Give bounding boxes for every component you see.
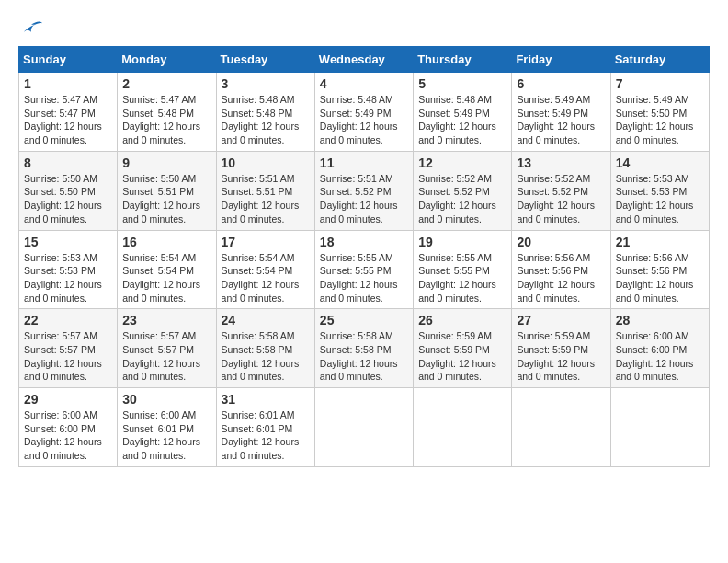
calendar-cell: 22 Sunrise: 5:57 AM Sunset: 5:57 PM Dayl… <box>19 309 118 388</box>
daylight-label: Daylight: 12 hours and 0 minutes. <box>222 358 300 383</box>
calendar-cell: 7 Sunrise: 5:49 AM Sunset: 5:50 PM Dayli… <box>610 73 709 152</box>
sunset-label: Sunset: 5:59 PM <box>517 344 588 355</box>
calendar-cell: 9 Sunrise: 5:50 AM Sunset: 5:51 PM Dayli… <box>118 151 216 230</box>
day-number: 2 <box>122 76 210 91</box>
daylight-label: Daylight: 12 hours and 0 minutes. <box>418 279 496 304</box>
sunset-label: Sunset: 5:53 PM <box>24 265 96 276</box>
sunset-label: Sunset: 6:00 PM <box>616 344 688 355</box>
sunrise-label: Sunrise: 5:55 AM <box>418 252 492 263</box>
calendar-cell: 10 Sunrise: 5:51 AM Sunset: 5:51 PM Dayl… <box>216 151 314 230</box>
calendar-cell: 8 Sunrise: 5:50 AM Sunset: 5:50 PM Dayli… <box>19 151 118 230</box>
sunrise-label: Sunrise: 5:49 AM <box>517 94 590 105</box>
sunrise-label: Sunrise: 5:56 AM <box>517 252 590 263</box>
sunrise-label: Sunrise: 5:58 AM <box>320 330 393 341</box>
day-info: Sunrise: 6:01 AM Sunset: 6:01 PM Dayligh… <box>222 408 310 463</box>
sunrise-label: Sunrise: 5:47 AM <box>24 94 97 105</box>
daylight-label: Daylight: 12 hours and 0 minutes. <box>222 436 300 461</box>
day-info: Sunrise: 5:58 AM Sunset: 5:58 PM Dayligh… <box>320 329 408 384</box>
day-info: Sunrise: 5:51 AM Sunset: 5:52 PM Dayligh… <box>320 172 408 226</box>
day-info: Sunrise: 5:48 AM Sunset: 5:49 PM Dayligh… <box>418 93 506 147</box>
day-number: 30 <box>122 392 210 407</box>
day-number: 4 <box>320 76 408 91</box>
sunrise-label: Sunrise: 5:57 AM <box>122 330 196 341</box>
day-number: 19 <box>418 235 506 249</box>
sunset-label: Sunset: 5:52 PM <box>418 186 490 197</box>
page-header <box>18 18 710 37</box>
daylight-label: Daylight: 12 hours and 0 minutes. <box>418 358 496 383</box>
calendar-header-row: SundayMondayTuesdayWednesdayThursdayFrid… <box>19 47 710 73</box>
daylight-label: Daylight: 12 hours and 0 minutes. <box>122 358 200 383</box>
day-number: 26 <box>418 313 506 327</box>
sunrise-label: Sunrise: 5:56 AM <box>616 252 689 263</box>
daylight-label: Daylight: 12 hours and 0 minutes. <box>517 121 595 145</box>
daylight-label: Daylight: 12 hours and 0 minutes. <box>517 358 595 383</box>
sunrise-label: Sunrise: 5:52 AM <box>418 173 492 184</box>
day-info: Sunrise: 6:00 AM Sunset: 6:00 PM Dayligh… <box>616 329 704 384</box>
day-number: 6 <box>517 76 605 91</box>
sunset-label: Sunset: 5:49 PM <box>418 108 490 119</box>
sunset-label: Sunset: 5:58 PM <box>222 344 293 355</box>
daylight-label: Daylight: 12 hours and 0 minutes. <box>222 279 300 304</box>
sunrise-label: Sunrise: 6:01 AM <box>222 409 295 420</box>
day-number: 12 <box>418 155 506 170</box>
day-number: 9 <box>122 155 210 170</box>
calendar-header-tuesday: Tuesday <box>216 47 314 73</box>
sunrise-label: Sunrise: 5:49 AM <box>616 94 689 105</box>
calendar-cell <box>512 388 610 467</box>
day-info: Sunrise: 5:53 AM Sunset: 5:53 PM Dayligh… <box>616 172 704 226</box>
sunrise-label: Sunrise: 5:59 AM <box>418 330 492 341</box>
daylight-label: Daylight: 12 hours and 0 minutes. <box>616 200 694 224</box>
day-number: 16 <box>122 235 210 249</box>
calendar-cell: 23 Sunrise: 5:57 AM Sunset: 5:57 PM Dayl… <box>118 309 216 388</box>
day-info: Sunrise: 5:51 AM Sunset: 5:51 PM Dayligh… <box>222 172 310 226</box>
sunset-label: Sunset: 5:50 PM <box>616 108 688 119</box>
daylight-label: Daylight: 12 hours and 0 minutes. <box>222 200 300 224</box>
calendar-cell: 30 Sunrise: 6:00 AM Sunset: 6:01 PM Dayl… <box>118 388 216 467</box>
calendar-cell: 26 Sunrise: 5:59 AM Sunset: 5:59 PM Dayl… <box>414 309 512 388</box>
calendar-cell: 5 Sunrise: 5:48 AM Sunset: 5:49 PM Dayli… <box>414 73 512 152</box>
day-number: 10 <box>222 155 310 170</box>
day-info: Sunrise: 5:54 AM Sunset: 5:54 PM Dayligh… <box>222 251 310 305</box>
calendar-cell: 12 Sunrise: 5:52 AM Sunset: 5:52 PM Dayl… <box>414 151 512 230</box>
day-info: Sunrise: 6:00 AM Sunset: 6:00 PM Dayligh… <box>24 408 112 463</box>
day-number: 8 <box>24 155 112 170</box>
calendar-cell: 15 Sunrise: 5:53 AM Sunset: 5:53 PM Dayl… <box>19 230 118 309</box>
sunrise-label: Sunrise: 5:50 AM <box>122 173 196 184</box>
day-info: Sunrise: 5:52 AM Sunset: 5:52 PM Dayligh… <box>517 172 605 226</box>
sunset-label: Sunset: 5:48 PM <box>222 108 293 119</box>
calendar-header-sunday: Sunday <box>19 47 118 73</box>
day-number: 20 <box>517 235 605 249</box>
day-info: Sunrise: 5:57 AM Sunset: 5:57 PM Dayligh… <box>122 329 210 384</box>
sunset-label: Sunset: 5:52 PM <box>320 186 392 197</box>
day-info: Sunrise: 5:49 AM Sunset: 5:50 PM Dayligh… <box>616 93 704 147</box>
day-info: Sunrise: 5:56 AM Sunset: 5:56 PM Dayligh… <box>616 251 704 305</box>
daylight-label: Daylight: 12 hours and 0 minutes. <box>616 121 694 145</box>
calendar-cell: 2 Sunrise: 5:47 AM Sunset: 5:48 PM Dayli… <box>118 73 216 152</box>
sunrise-label: Sunrise: 5:51 AM <box>222 173 295 184</box>
day-number: 1 <box>24 76 112 91</box>
calendar-cell: 16 Sunrise: 5:54 AM Sunset: 5:54 PM Dayl… <box>118 230 216 309</box>
daylight-label: Daylight: 12 hours and 0 minutes. <box>320 200 398 224</box>
sunset-label: Sunset: 5:54 PM <box>222 265 293 276</box>
day-number: 7 <box>616 76 704 91</box>
sunset-label: Sunset: 5:51 PM <box>122 186 194 197</box>
daylight-label: Daylight: 12 hours and 0 minutes. <box>222 121 300 145</box>
calendar-cell <box>314 388 413 467</box>
sunset-label: Sunset: 5:55 PM <box>418 265 490 276</box>
sunset-label: Sunset: 5:49 PM <box>517 108 588 119</box>
day-number: 3 <box>222 76 310 91</box>
sunrise-label: Sunrise: 6:00 AM <box>616 330 689 341</box>
daylight-label: Daylight: 12 hours and 0 minutes. <box>24 436 102 461</box>
calendar-header-friday: Friday <box>512 47 610 73</box>
sunset-label: Sunset: 5:47 PM <box>24 108 96 119</box>
sunset-label: Sunset: 6:00 PM <box>24 423 96 434</box>
calendar-table: SundayMondayTuesdayWednesdayThursdayFrid… <box>18 46 710 467</box>
day-info: Sunrise: 5:58 AM Sunset: 5:58 PM Dayligh… <box>222 329 310 384</box>
sunset-label: Sunset: 5:50 PM <box>24 186 96 197</box>
sunset-label: Sunset: 5:57 PM <box>24 344 96 355</box>
day-number: 15 <box>24 235 112 249</box>
sunset-label: Sunset: 5:54 PM <box>122 265 194 276</box>
day-number: 22 <box>24 313 112 327</box>
sunset-label: Sunset: 5:51 PM <box>222 186 293 197</box>
calendar-cell: 18 Sunrise: 5:55 AM Sunset: 5:55 PM Dayl… <box>314 230 413 309</box>
